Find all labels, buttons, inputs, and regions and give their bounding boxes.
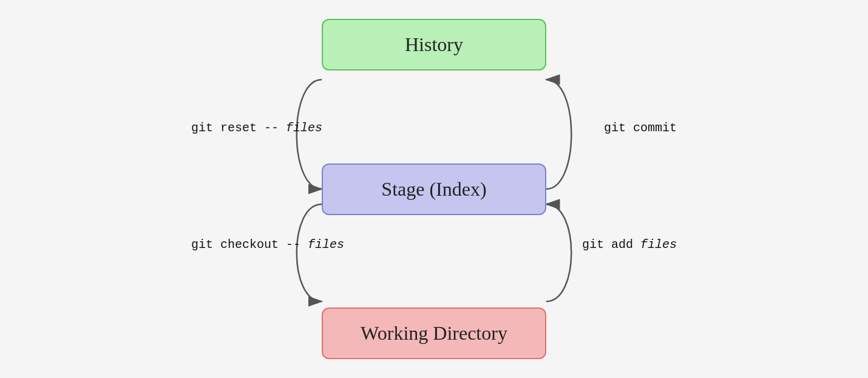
commit-text: git commit [604,121,677,135]
stage-box: Stage (Index) [322,163,546,215]
checkout-label: git checkout -- files [191,238,344,252]
add-label: git add files [582,238,677,252]
commit-label: git commit [604,121,677,135]
add-prefix: git add [582,238,640,252]
reset-prefix: git reset -- [191,121,286,135]
working-label: Working Directory [361,322,507,344]
diagram-container: History Stage (Index) Working Directory … [191,19,677,359]
checkout-italic: files [308,238,344,252]
reset-label: git reset -- files [191,121,322,135]
history-label: History [405,33,463,55]
add-italic: files [640,238,677,252]
stage-label: Stage (Index) [381,178,486,200]
working-box: Working Directory [322,308,546,359]
reset-italic: files [286,121,322,135]
checkout-prefix: git checkout -- [191,238,308,252]
history-box: History [322,19,546,70]
